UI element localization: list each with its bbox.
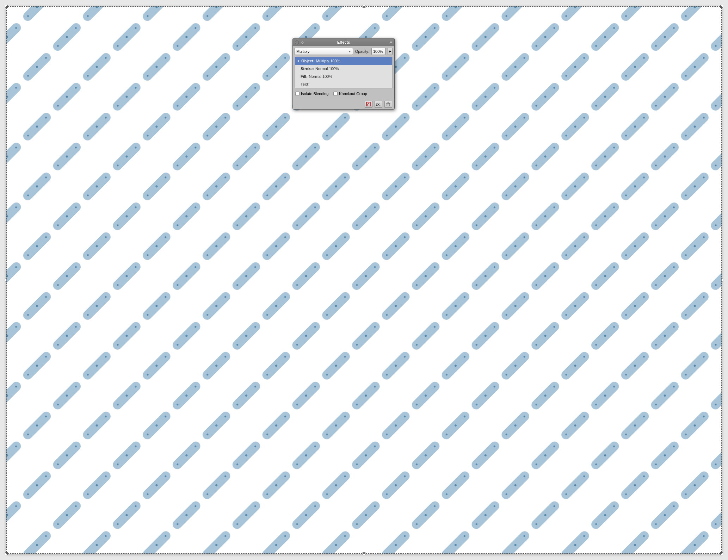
layer-row-fill[interactable]: ▶ Fill: Normal 100% [295,73,392,80]
isolate-blending-label: Isolate Blending [301,92,328,96]
layer-value-fill: Normal 100% [309,74,333,79]
panel-menu-button[interactable]: ≡ [390,40,392,44]
opacity-stepper[interactable]: ▶ [388,48,393,55]
panel-title: Effects [337,40,350,44]
layer-row-stroke[interactable]: ▶ Stroke: Normal 100% [295,65,392,73]
delete-effect-button[interactable] [384,101,392,108]
opacity-label: Opacity: [355,49,369,54]
blend-mode-row: Multiply ▼ Opacity: 100% ▶ [295,48,393,55]
layers-list: ▼ Object: Multiply 100% ▶ Stroke: Normal… [295,57,393,88]
edit-effect-button[interactable] [365,101,372,108]
svg-rect-8 [387,103,390,106]
isolate-blending-box [295,92,300,96]
layer-label-fill: Fill: [301,74,308,79]
edit-icon [366,102,371,107]
panel-collapse-icon[interactable]: ◇ [301,41,304,44]
layer-label-object: Object: [301,59,315,63]
checkboxes-row: Isolate Blending Knockout Group [295,90,393,97]
panel-toolbar: fx. [293,99,394,109]
knockout-group-checkbox[interactable]: Knockout Group [333,92,367,96]
effects-panel: × ◇ Effects ≡ Multiply ▼ Opacity: 100% ▶ [292,38,395,110]
opacity-input[interactable]: 100% [371,48,385,55]
layer-triangle-object: ▼ [297,60,300,63]
blend-mode-arrow: ▼ [348,50,351,53]
knockout-group-label: Knockout Group [339,92,367,96]
add-effect-button[interactable]: fx. [375,101,382,108]
layer-row-text[interactable]: ▶ Text: [295,80,392,88]
svg-line-6 [367,103,369,105]
layer-value-stroke: Normal 100% [315,67,339,71]
close-icon: × [296,41,298,44]
svg-rect-10 [388,102,389,103]
layer-row-object[interactable]: ▼ Object: Multiply 100% [295,57,392,65]
panel-content: Multiply ▼ Opacity: 100% ▶ ▼ Object: Mul… [293,46,394,99]
knockout-group-box [333,92,338,96]
layer-label-stroke: Stroke: [301,67,314,71]
blend-mode-select[interactable]: Multiply ▼ [295,48,353,55]
panel-close-button[interactable]: × [295,41,299,44]
trash-icon [386,102,391,107]
panel-titlebar: × ◇ Effects ≡ [293,38,394,46]
layer-label-text: Text: [301,82,309,86]
blend-mode-value: Multiply [296,49,309,54]
isolate-blending-checkbox[interactable]: Isolate Blending [295,92,328,96]
fx-icon: fx. [376,102,381,106]
layer-value-object: Multiply 100% [316,59,340,63]
